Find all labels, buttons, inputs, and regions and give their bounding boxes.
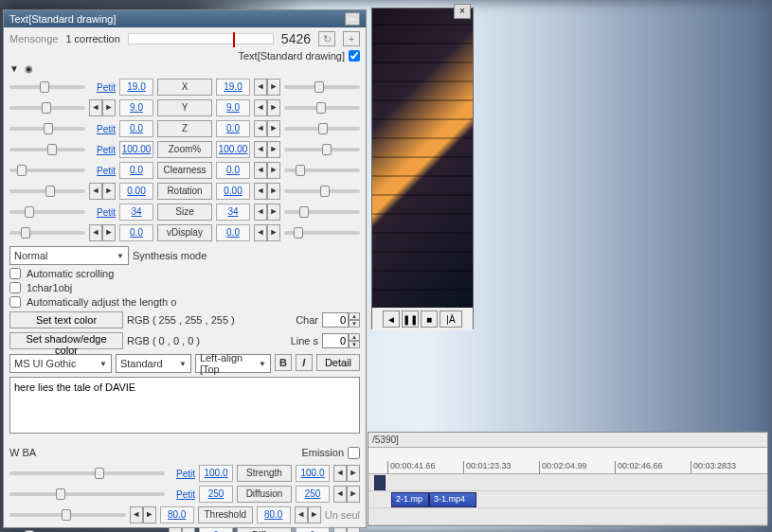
font-style-select[interactable]: Standard▼ (116, 354, 191, 373)
value-right[interactable]: 80.0 (257, 506, 291, 523)
value-left[interactable]: 9.0 (119, 99, 153, 116)
detail-button[interactable]: Detail (316, 354, 360, 371)
prev-frame-button[interactable]: ◄ (383, 310, 400, 328)
param-threshold[interactable]: Threshold (198, 506, 253, 523)
char-spinner[interactable]: ▲▼ (322, 312, 360, 328)
param-zoom%[interactable]: Zoom% (157, 141, 212, 158)
timeline-scrub[interactable] (128, 33, 274, 44)
font-family-select[interactable]: MS UI Gothic▼ (9, 354, 112, 373)
value-left[interactable]: 250 (199, 486, 233, 503)
value-left[interactable]: 0.0 (119, 162, 153, 179)
slider[interactable] (284, 127, 360, 131)
step-arrows[interactable]: ◄► (254, 183, 280, 200)
clip[interactable]: 2-1.mp (391, 492, 429, 507)
slider[interactable] (9, 210, 85, 214)
param-size[interactable]: Size (157, 204, 212, 221)
slider[interactable] (9, 189, 85, 193)
step-arrows[interactable]: ◄► (333, 465, 360, 482)
textdraw-checkbox[interactable] (349, 50, 360, 62)
param-vdiffuse[interactable]: vDiffuse (237, 527, 292, 532)
slider[interactable] (9, 168, 85, 172)
value-right[interactable]: 250 (296, 486, 330, 503)
step-arrows[interactable]: ◄► (254, 141, 280, 158)
param-y[interactable]: Y (157, 99, 212, 116)
value-left[interactable]: 0.0 (119, 120, 153, 137)
slider[interactable] (9, 231, 85, 235)
value-left[interactable]: 80.0 (160, 506, 194, 523)
step-arrows[interactable]: ◄► (295, 506, 321, 523)
step-arrows[interactable]: ◄► (254, 204, 280, 221)
size-link[interactable]: Petit (169, 469, 195, 479)
value-left[interactable]: 100.00 (119, 141, 153, 158)
value-right[interactable]: 34 (216, 204, 250, 221)
step-arrows[interactable]: ◄► (254, 224, 280, 241)
slider[interactable] (9, 148, 85, 151)
param-clearness[interactable]: Clearness (157, 162, 212, 179)
value-right[interactable]: 100.0 (296, 465, 330, 482)
step-arrows[interactable]: ◄► (333, 527, 360, 532)
slider[interactable] (9, 85, 85, 89)
size-link[interactable]: Petit (89, 145, 116, 155)
param-rotation[interactable]: Rotation (157, 183, 212, 200)
value-left[interactable]: 0.0 (119, 224, 153, 241)
step-arrows[interactable]: ◄► (254, 99, 280, 116)
slider[interactable] (284, 85, 360, 89)
size-link[interactable]: Petit (169, 489, 195, 500)
slider[interactable] (284, 231, 360, 235)
size-link[interactable]: Petit (89, 207, 116, 218)
value-left[interactable]: 100.0 (199, 465, 233, 482)
step-arrows[interactable]: ◄► (130, 506, 156, 523)
step-arrows[interactable]: ◄► (89, 99, 116, 116)
param-z[interactable]: Z (157, 120, 212, 137)
param-x[interactable]: X (157, 79, 212, 96)
eye-icon[interactable]: ◉ (25, 63, 33, 74)
clip[interactable] (374, 475, 386, 490)
set-shadow-color-button[interactable]: Set shadow/edge color (9, 332, 123, 349)
value-right[interactable]: 0.0 (216, 120, 250, 137)
slider[interactable] (284, 168, 360, 172)
slider[interactable] (9, 471, 165, 475)
step-arrows[interactable]: ◄► (254, 162, 280, 179)
value-left[interactable]: 0 (199, 527, 233, 532)
slider[interactable] (9, 106, 85, 110)
value-right[interactable]: 0.0 (216, 224, 250, 241)
slider[interactable] (284, 106, 360, 110)
minimize-icon[interactable]: ─ (345, 12, 360, 26)
step-arrows[interactable]: ◄► (254, 79, 280, 96)
param-diffusion[interactable]: Diffusion (237, 486, 292, 503)
value-right[interactable]: 0.00 (216, 183, 250, 200)
pause-button[interactable]: ❚❚ (402, 310, 419, 328)
track-row[interactable] (368, 508, 767, 525)
value-left[interactable]: 0.00 (119, 183, 153, 200)
clip[interactable]: 3-1.mp4 (429, 492, 476, 507)
text-input[interactable]: here lies the tale of DAVIE (9, 377, 360, 434)
value-right[interactable]: 100.00 (216, 141, 250, 158)
char1obj-checkbox[interactable] (9, 282, 21, 293)
value-left[interactable]: 19.0 (119, 79, 153, 96)
value-right[interactable]: 0 (296, 527, 330, 532)
stop-button[interactable]: ■ (421, 310, 438, 328)
emission-checkbox[interactable] (348, 447, 360, 459)
refresh-icon[interactable]: ↻ (318, 31, 335, 46)
step-arrows[interactable]: ◄► (89, 183, 116, 200)
set-text-color-button[interactable]: Set text color (9, 311, 123, 328)
slider[interactable] (9, 513, 126, 517)
line-spinner[interactable]: ▲▼ (322, 333, 360, 348)
slider[interactable] (9, 127, 85, 131)
size-link[interactable]: Petit (89, 82, 116, 93)
auto-scroll-checkbox[interactable] (9, 268, 21, 279)
slider[interactable] (284, 189, 360, 193)
step-arrows[interactable]: ◄► (169, 527, 195, 532)
autolen-checkbox[interactable] (9, 296, 21, 308)
step-arrows[interactable]: ◄► (333, 486, 360, 503)
step-arrows[interactable]: ◄► (254, 120, 280, 137)
bold-button[interactable]: B (275, 354, 292, 371)
align-select[interactable]: Left-align [Top▼ (195, 354, 271, 373)
slider[interactable] (284, 210, 360, 214)
timeline-ruler[interactable]: 00:00:41.66 00:01:23.33 00:02:04.99 00:0… (368, 448, 767, 474)
add-icon[interactable]: + (343, 31, 360, 46)
param-strength[interactable]: Strength (237, 465, 292, 482)
track-row[interactable] (368, 474, 767, 491)
synthesis-select[interactable]: Normal▼ (9, 246, 129, 265)
param-vdisplay[interactable]: vDisplay (157, 224, 212, 241)
